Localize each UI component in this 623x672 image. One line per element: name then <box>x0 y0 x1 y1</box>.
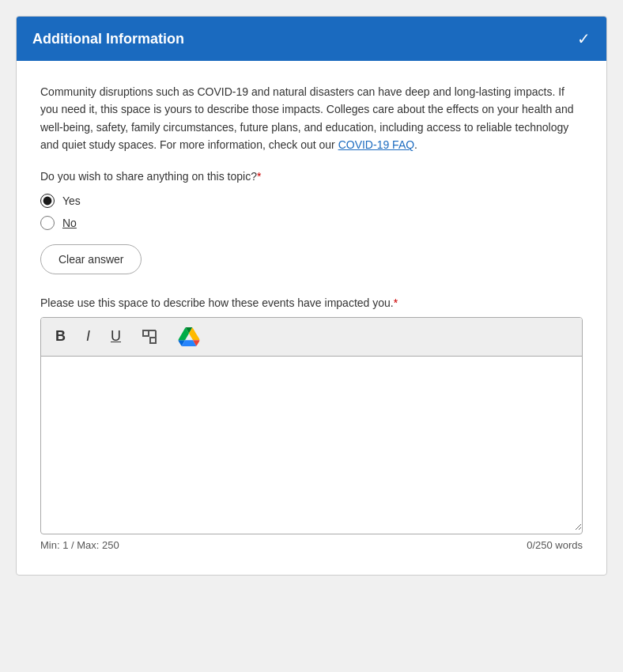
description-paragraph: Community disruptions such as COVID-19 a… <box>40 83 583 154</box>
svg-rect-1 <box>150 338 156 343</box>
word-count-label: 0/250 words <box>527 539 583 551</box>
required-marker2: * <box>394 296 398 309</box>
question2-label: Please use this space to describe how th… <box>40 296 583 309</box>
expand-button[interactable] <box>138 327 160 346</box>
radio-option-no[interactable]: No <box>40 216 583 230</box>
radio-yes-label: Yes <box>62 194 81 207</box>
radio-option-yes[interactable]: Yes <box>40 194 583 208</box>
min-max-label: Min: 1 / Max: 250 <box>40 539 119 551</box>
clear-answer-button[interactable]: Clear answer <box>40 244 142 274</box>
rich-text-toolbar: B I U <box>41 318 582 357</box>
radio-group: Yes No <box>40 194 583 230</box>
covid-faq-link[interactable]: COVID-19 FAQ <box>338 138 414 151</box>
google-drive-button[interactable] <box>175 326 203 348</box>
radio-no[interactable] <box>40 216 55 230</box>
radio-yes[interactable] <box>40 194 55 208</box>
description-text: Community disruptions such as COVID-19 a… <box>40 85 573 151</box>
additional-information-card: Additional Information ✓ Community disru… <box>16 16 607 576</box>
required-marker: * <box>257 170 261 183</box>
chevron-down-icon[interactable]: ✓ <box>577 29 591 48</box>
card-header: Additional Information ✓ <box>17 17 606 61</box>
svg-rect-0 <box>143 330 149 336</box>
italic-button[interactable]: I <box>83 327 93 346</box>
google-drive-icon <box>178 327 200 346</box>
underline-button[interactable]: U <box>108 327 124 346</box>
card-body: Community disruptions such as COVID-19 a… <box>17 61 606 575</box>
question1-label: Do you wish to share anything on this to… <box>40 170 583 183</box>
rich-text-editor: B I U <box>40 317 583 534</box>
word-count-row: Min: 1 / Max: 250 0/250 words <box>40 539 583 551</box>
card-title: Additional Information <box>32 31 184 47</box>
expand-icon <box>142 329 157 345</box>
radio-no-label: No <box>62 217 77 229</box>
rich-text-input[interactable] <box>41 357 582 530</box>
bold-button[interactable]: B <box>52 327 69 346</box>
